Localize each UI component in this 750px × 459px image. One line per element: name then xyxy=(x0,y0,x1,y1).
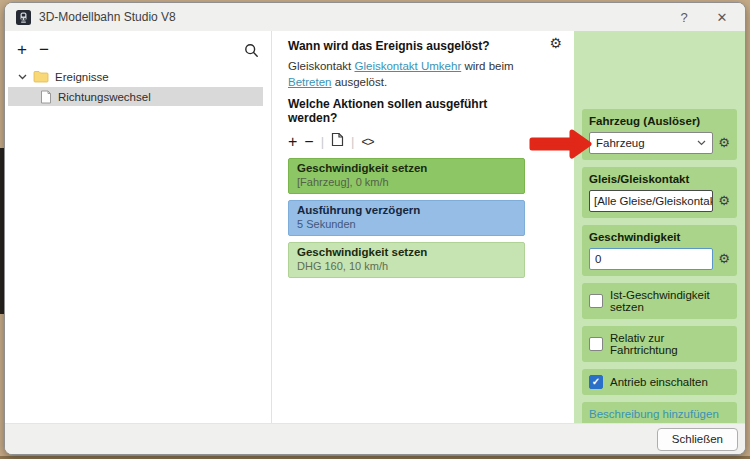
action-card-set-speed[interactable]: Geschwindigkeit setzen DHG 160, 10 km/h xyxy=(288,242,525,278)
action-card-set-speed-selected[interactable]: Geschwindigkeit setzen [Fahrzeug], 0 km/… xyxy=(288,158,525,194)
trigger-text-middle: wird beim xyxy=(464,60,513,72)
tree-folder-label: Ereignisse xyxy=(55,71,109,83)
action-subtitle: 5 Sekunden xyxy=(297,218,516,231)
action-title: Geschwindigkeit setzen xyxy=(297,245,516,260)
speed-label: Geschwindigkeit xyxy=(589,231,730,243)
app-logo-icon xyxy=(16,10,31,25)
event-editor-panel: ⚙ Wann wird das Ereignis ausgelöst? Glei… xyxy=(272,31,574,423)
checkbox-set-actual-speed[interactable]: ✓ Ist-Geschwindigkeit setzen xyxy=(582,283,737,319)
window-content: + − Ereignisse xyxy=(5,31,745,423)
search-button[interactable] xyxy=(244,43,259,58)
app-window: 3D-Modellbahn Studio V8 ? ✕ + − xyxy=(4,2,746,455)
checkmark-icon: ✓ xyxy=(592,377,600,387)
copy-icon xyxy=(331,132,344,147)
tree-item-richtungswechsel[interactable]: Richtungswechsel xyxy=(8,87,263,106)
duplicate-action-button[interactable] xyxy=(331,132,344,151)
help-button[interactable]: ? xyxy=(665,3,703,31)
chevron-down-icon xyxy=(697,140,706,146)
toolbar-separator: | xyxy=(321,134,324,149)
folder-icon xyxy=(33,70,49,83)
vehicle-trigger-section: Fahrzeug (Auslöser) Fahrzeug ⚙ xyxy=(582,109,737,160)
contact-link[interactable]: Gleiskontakt Umkehr xyxy=(354,60,461,72)
trigger-text-prefix: Gleiskontakt xyxy=(288,60,351,72)
action-title: Geschwindigkeit setzen xyxy=(297,161,516,176)
tree-event-label: Richtungswechsel xyxy=(58,91,151,103)
trigger-sentence: Gleiskontakt Gleiskontakt Umkehr wird be… xyxy=(288,58,528,90)
document-icon xyxy=(40,90,52,104)
track-contact-field[interactable]: [Alle Gleise/Gleiskontakte] xyxy=(589,190,713,212)
action-subtitle: DHG 160, 10 km/h xyxy=(297,260,516,273)
actions-toolbar: + − | | <> xyxy=(288,132,528,151)
add-action-button[interactable]: + xyxy=(288,134,297,150)
close-window-button[interactable]: ✕ xyxy=(703,3,741,31)
speed-options-gear-icon[interactable]: ⚙ xyxy=(718,252,730,266)
trigger-heading: Wann wird das Ereignis ausgelöst? xyxy=(288,39,528,53)
checkbox-icon: ✓ xyxy=(589,337,603,351)
event-tree: Ereignisse Richtungswechsel xyxy=(5,67,271,106)
checkbox-label: Relativ zur Fahrtrichtung xyxy=(610,332,730,356)
action-title: Ausführung verzögern xyxy=(297,203,516,218)
checkbox-label: Ist-Geschwindigkeit setzen xyxy=(610,289,730,313)
action-properties-panel: Fahrzeug (Auslöser) Fahrzeug ⚙ Gleis/Gle… xyxy=(574,31,745,423)
checkbox-enable-drive[interactable]: ✓ Antrieb einschalten xyxy=(582,369,737,395)
checkbox-icon: ✓ xyxy=(589,294,603,308)
event-settings-gear-icon[interactable]: ⚙ xyxy=(549,35,562,51)
event-tree-panel: + − Ereignisse xyxy=(5,31,271,423)
close-dialog-button[interactable]: Schließen xyxy=(657,428,738,451)
annotation-arrow-icon xyxy=(526,127,594,161)
window-title: 3D-Modellbahn Studio V8 xyxy=(39,10,176,24)
remove-action-button[interactable]: − xyxy=(304,134,313,150)
toolbar-separator: | xyxy=(351,134,354,149)
footer-bar: Schließen xyxy=(5,423,745,454)
script-view-button[interactable]: <> xyxy=(361,135,373,149)
checkbox-label: Antrieb einschalten xyxy=(610,376,708,388)
actions-heading: Welche Aktionen sollen ausgeführt werden… xyxy=(288,97,528,125)
trigger-text-suffix: ausgelöst. xyxy=(335,76,387,88)
chevron-expanded-icon xyxy=(18,74,27,80)
add-event-button[interactable]: + xyxy=(17,40,39,60)
vehicle-dropdown[interactable]: Fahrzeug xyxy=(589,132,713,154)
vehicle-dropdown-value: Fahrzeug xyxy=(596,137,645,149)
action-subtitle: [Fahrzeug], 0 km/h xyxy=(297,176,516,189)
track-contact-section: Gleis/Gleiskontakt [Alle Gleise/Gleiskon… xyxy=(582,167,737,218)
tree-item-ereignisse[interactable]: Ereignisse xyxy=(5,67,271,86)
speed-input[interactable] xyxy=(589,248,713,270)
track-contact-label: Gleis/Gleiskontakt xyxy=(589,173,730,185)
vehicle-trigger-label: Fahrzeug (Auslöser) xyxy=(589,115,730,127)
remove-event-button[interactable]: − xyxy=(39,40,61,60)
action-card-delay[interactable]: Ausführung verzögern 5 Sekunden xyxy=(288,200,525,236)
search-icon xyxy=(244,43,259,58)
checkbox-icon: ✓ xyxy=(589,375,603,389)
tree-toolbar: + − xyxy=(5,37,271,63)
track-options-gear-icon[interactable]: ⚙ xyxy=(718,194,730,208)
speed-section: Geschwindigkeit ⚙ xyxy=(582,225,737,276)
enter-mode-link[interactable]: Betreten xyxy=(288,76,331,88)
checkbox-relative-to-direction[interactable]: ✓ Relativ zur Fahrtrichtung xyxy=(582,326,737,362)
title-bar: 3D-Modellbahn Studio V8 ? ✕ xyxy=(5,3,745,31)
vehicle-options-gear-icon[interactable]: ⚙ xyxy=(718,136,730,150)
